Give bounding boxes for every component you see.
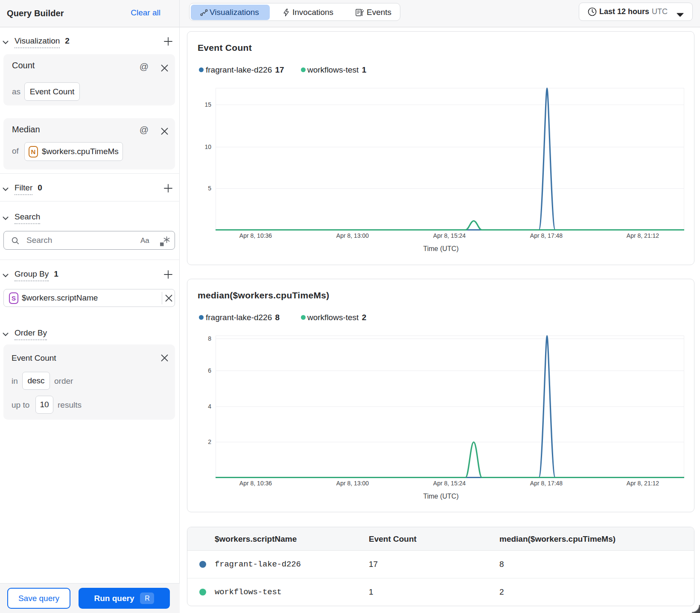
svg-text:10: 10 (204, 143, 211, 150)
svg-text:Apr 8, 10:36: Apr 8, 10:36 (239, 480, 272, 487)
svg-text:Apr 8, 13:00: Apr 8, 13:00 (336, 480, 369, 487)
svg-text:Apr 8, 13:00: Apr 8, 13:00 (336, 232, 369, 239)
svg-text:Time (UTC): Time (UTC) (423, 245, 459, 252)
svg-text:Apr 8, 21:12: Apr 8, 21:12 (627, 480, 659, 487)
svg-text:5: 5 (208, 185, 211, 192)
svg-text:15: 15 (204, 101, 211, 108)
svg-text:Apr 8, 15:24: Apr 8, 15:24 (433, 232, 466, 239)
svg-text:Apr 8, 10:36: Apr 8, 10:36 (239, 232, 272, 239)
svg-text:2: 2 (208, 438, 211, 445)
svg-text:Time (UTC): Time (UTC) (423, 493, 459, 500)
svg-text:Apr 8, 21:12: Apr 8, 21:12 (627, 232, 659, 239)
svg-text:4: 4 (208, 403, 211, 410)
svg-text:Apr 8, 17:48: Apr 8, 17:48 (530, 480, 563, 487)
svg-text:Apr 8, 15:24: Apr 8, 15:24 (433, 480, 466, 487)
svg-text:Apr 8, 17:48: Apr 8, 17:48 (530, 232, 563, 239)
svg-text:6: 6 (208, 367, 211, 374)
svg-text:8: 8 (208, 335, 211, 342)
